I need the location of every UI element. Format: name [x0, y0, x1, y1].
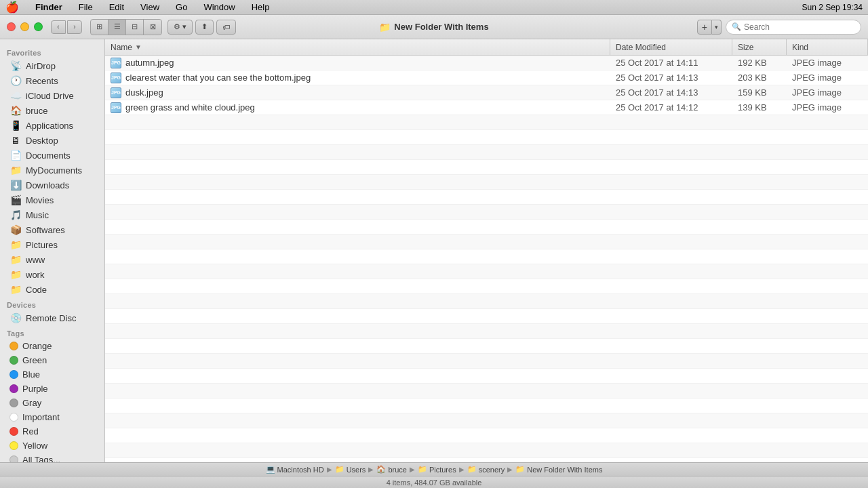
empty-name-cell [105, 443, 610, 458]
col-header-date[interactable]: Date Modified [610, 39, 732, 55]
view-gallery-button[interactable]: ⊠ [144, 20, 161, 35]
sidebar-item-airdrop[interactable]: 📡 AirDrop [3, 58, 102, 73]
view-columns-button[interactable]: ⊟ [126, 20, 144, 35]
view-icon-button[interactable]: ⊞ [91, 20, 108, 35]
sidebar-item-code[interactable]: 📁 Code [3, 282, 102, 297]
www-icon: 📁 [9, 254, 22, 265]
bc-bruce[interactable]: 🏠 bruce [376, 465, 407, 474]
menu-file[interactable]: File [76, 2, 96, 12]
apple-menu-icon[interactable]: 🍎 [5, 1, 19, 14]
minimize-button[interactable] [20, 22, 29, 31]
empty-kind-cell [787, 294, 868, 308]
sidebar-www-label: www [26, 255, 45, 265]
empty-name-cell [105, 115, 610, 129]
sidebar-tag-orange[interactable]: Orange [3, 339, 102, 353]
empty-date-cell [610, 115, 732, 129]
col-header-size[interactable]: Size [732, 39, 787, 55]
empty-kind-cell [787, 443, 868, 458]
empty-date-cell [610, 413, 732, 428]
empty-size-cell [732, 309, 787, 323]
table-row[interactable]: JPG green grass and white cloud.jpeg 25 … [105, 100, 868, 115]
empty-size-cell [732, 384, 787, 398]
search-icon: 🔍 [732, 22, 741, 31]
sidebar-tag-important[interactable]: Important [3, 410, 102, 424]
table-row[interactable]: JPG dusk.jpeg 25 Oct 2017 at 14:13 159 K… [105, 85, 868, 100]
orange-tag-dot [9, 342, 18, 350]
view-list-button[interactable]: ☰ [108, 20, 126, 35]
empty-row [105, 160, 868, 175]
sidebar-music-label: Music [26, 210, 49, 220]
menu-window[interactable]: Window [201, 2, 237, 12]
documents-icon: 📄 [9, 150, 22, 161]
sidebar-item-recents[interactable]: 🕐 Recents [3, 73, 102, 88]
empty-name-cell [105, 190, 610, 204]
empty-kind-cell [787, 160, 868, 174]
forward-button[interactable]: › [67, 20, 82, 34]
col-header-name[interactable]: Name ▼ [105, 39, 610, 55]
bc-macintosh-hd[interactable]: 💻 Macintosh HD [266, 465, 324, 474]
bc-pictures[interactable]: 📁 Pictures [418, 465, 456, 474]
sidebar-item-www[interactable]: 📁 www [3, 252, 102, 267]
search-box[interactable]: 🔍 [726, 20, 861, 35]
maximize-button[interactable] [34, 22, 43, 31]
share-button[interactable]: ⬆ [195, 20, 214, 35]
sidebar-item-music[interactable]: 🎵 Music [3, 207, 102, 222]
search-input[interactable] [744, 22, 855, 32]
close-button[interactable] [7, 22, 16, 31]
empty-date-cell [610, 384, 732, 398]
menu-help[interactable]: Help [249, 2, 273, 12]
work-icon: 📁 [9, 269, 22, 280]
empty-row [105, 369, 868, 384]
sidebar-tag-red[interactable]: Red [3, 424, 102, 439]
menu-go[interactable]: Go [173, 2, 190, 12]
sidebar-tag-green[interactable]: Green [3, 353, 102, 367]
sidebar-item-downloads[interactable]: ⬇️ Downloads [3, 178, 102, 192]
add-dropdown[interactable]: ▾ [712, 20, 722, 35]
menu-finder[interactable]: Finder [33, 2, 65, 12]
bc-scenery[interactable]: 📁 scenery [467, 465, 505, 474]
empty-kind-cell [787, 413, 868, 428]
file-kind-cell: JPEG image [787, 100, 868, 115]
bc-scenery-icon: 📁 [467, 465, 477, 474]
empty-date-cell [610, 443, 732, 458]
sidebar-item-movies[interactable]: 🎬 Movies [3, 192, 102, 207]
empty-date-cell [610, 175, 732, 189]
sidebar-work-label: work [26, 270, 44, 280]
downloads-icon: ⬇️ [9, 180, 22, 190]
arrange-button[interactable]: ⚙ ▾ [167, 20, 193, 35]
add-button[interactable]: + [697, 20, 712, 35]
sidebar-item-applications[interactable]: 📱 Applications [3, 118, 102, 133]
nav-buttons: ‹ › [51, 20, 82, 34]
table-row[interactable]: JPG autumn.jpeg 25 Oct 2017 at 14:11 192… [105, 56, 868, 70]
sidebar-tag-gray[interactable]: Gray [3, 396, 102, 410]
tag-button[interactable]: 🏷 [216, 20, 236, 35]
bc-users[interactable]: 📁 Users [335, 465, 366, 474]
sidebar-item-remotedisc[interactable]: 💿 Remote Disc [3, 310, 102, 325]
empty-date-cell [610, 369, 732, 383]
sidebar-item-pictures[interactable]: 📁 Pictures [3, 237, 102, 252]
col-header-kind[interactable]: Kind [787, 39, 868, 55]
sidebar-remotedisc-label: Remote Disc [26, 313, 76, 323]
sidebar-purple-label: Purple [22, 384, 48, 394]
empty-size-cell [732, 264, 787, 279]
sidebar-item-bruce[interactable]: 🏠 bruce [3, 103, 102, 118]
table-row[interactable]: JPG clearest water that you can see the … [105, 70, 868, 85]
sidebar-tag-alltags[interactable]: All Tags... [3, 453, 102, 462]
sidebar-item-documents[interactable]: 📄 Documents [3, 148, 102, 163]
empty-name-cell [105, 428, 610, 443]
sidebar-tag-yellow[interactable]: Yellow [3, 439, 102, 453]
bc-new-folder-label: New Folder With Items [527, 466, 602, 474]
sidebar-tag-purple[interactable]: Purple [3, 382, 102, 396]
sidebar-item-desktop[interactable]: 🖥 Desktop [3, 133, 102, 148]
sidebar-item-work[interactable]: 📁 work [3, 267, 102, 282]
sidebar-tag-blue[interactable]: Blue [3, 367, 102, 382]
sidebar-airdrop-label: AirDrop [26, 61, 56, 71]
empty-size-cell [732, 443, 787, 458]
sidebar-item-icloud[interactable]: ☁️ iCloud Drive [3, 88, 102, 103]
menu-edit[interactable]: Edit [106, 2, 127, 12]
bc-new-folder[interactable]: 📁 New Folder With Items [515, 465, 602, 474]
menu-view[interactable]: View [138, 2, 162, 12]
back-button[interactable]: ‹ [51, 20, 66, 34]
sidebar-item-softwares[interactable]: 📦 Softwares [3, 222, 102, 237]
sidebar-item-mydocuments[interactable]: 📁 MyDocuments [3, 163, 102, 178]
